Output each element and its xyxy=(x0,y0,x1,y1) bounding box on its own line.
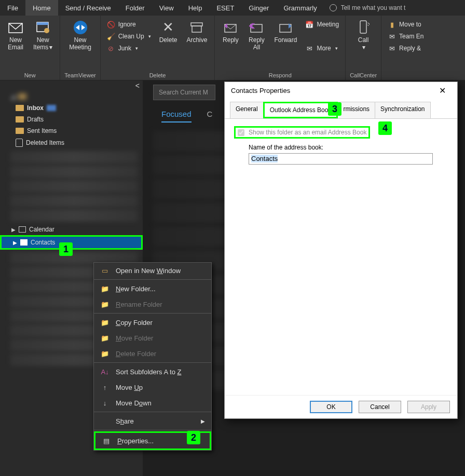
folder-deleted[interactable]: Deleted Items xyxy=(0,137,143,149)
group-label-new: New xyxy=(24,71,36,80)
folder-inbox[interactable]: Inbox xyxy=(0,102,143,114)
address-book-name-input[interactable]: Contacts xyxy=(249,153,433,165)
tell-me-search[interactable]: Tell me what you want t xyxy=(330,4,406,11)
menu-move-down[interactable]: ↓Move Down xyxy=(94,395,211,411)
reply-delete-icon: ✉ xyxy=(388,44,396,52)
dialog-tab-general[interactable]: General xyxy=(230,102,264,118)
new-meeting-button[interactable]: New Meeting xyxy=(66,18,94,53)
contacts-icon xyxy=(20,239,28,246)
annotation-badge-4: 4 xyxy=(378,121,392,135)
up-arrow-icon: ↑ xyxy=(100,383,110,391)
menu-move-up[interactable]: ↑Move Up xyxy=(94,379,211,395)
archive-button[interactable]: Archive xyxy=(183,18,210,46)
folder-sent[interactable]: Sent Items xyxy=(0,125,143,137)
search-input[interactable]: Search Current M xyxy=(153,85,215,100)
new-email-button[interactable]: New Email xyxy=(4,18,27,53)
svg-rect-6 xyxy=(192,26,201,32)
tab-file[interactable]: File xyxy=(0,0,25,16)
meeting-button[interactable]: 📅Meeting xyxy=(303,19,341,30)
phone-icon xyxy=(355,20,372,35)
move-folder-icon: 📁 xyxy=(100,334,110,342)
checkbox-label: Show this folder as an email Address Boo… xyxy=(249,129,366,136)
new-items-button[interactable]: New Items▾ xyxy=(30,18,56,53)
sort-icon: A↓ xyxy=(100,368,110,376)
delete-button[interactable]: ✕ Delete xyxy=(156,18,181,46)
tab-eset[interactable]: ESET xyxy=(209,0,241,16)
dialog-tab-synchronization[interactable]: Synchronization xyxy=(375,102,430,118)
account-header[interactable]: ◢ xyxy=(0,91,143,102)
show-as-address-book-checkbox[interactable]: Show this folder as an email Address Boo… xyxy=(234,126,370,139)
group-label-respond: Respond xyxy=(269,71,292,80)
dialog-tab-outlook-address-book[interactable]: Outlook Address Book xyxy=(263,102,338,118)
annotation-badge-3: 3 xyxy=(328,102,341,116)
menu-move-folder: 📁Move Folder xyxy=(94,330,211,346)
reply-all-button[interactable]: Reply All xyxy=(245,18,268,53)
tab-grammarly[interactable]: Grammarly xyxy=(276,0,324,16)
menu-sort-subfolders[interactable]: A↓Sort Subfolders A to Z xyxy=(94,364,211,379)
tab-focused[interactable]: Focused xyxy=(161,110,192,123)
junk-button[interactable]: ⊘Junk▾ xyxy=(105,43,153,53)
down-arrow-icon: ↓ xyxy=(100,399,110,407)
menu-open-new-window[interactable]: ▭Open in New Window xyxy=(94,263,211,278)
tab-send-receive[interactable]: Send / Receive xyxy=(58,0,118,16)
reply-all-icon xyxy=(248,20,265,35)
envelope-small-icon: ✉ xyxy=(388,32,396,40)
ignore-icon: 🚫 xyxy=(107,20,115,29)
more-respond-button[interactable]: ✉More▾ xyxy=(303,43,341,53)
reply-icon xyxy=(222,20,239,35)
checkbox-input[interactable] xyxy=(238,129,244,136)
tab-other[interactable]: C xyxy=(207,110,213,123)
reply-delete-button[interactable]: ✉Reply & xyxy=(386,43,426,53)
menu-new-folder[interactable]: 📁New Folder... xyxy=(94,281,211,296)
svg-rect-2 xyxy=(37,22,48,25)
collapse-pane-icon[interactable]: < xyxy=(135,81,140,90)
ribbon-group-teamviewer: New Meeting TeamViewer xyxy=(60,16,100,80)
tab-view[interactable]: View xyxy=(152,0,181,16)
menu-rename-folder: 📁Rename Folder xyxy=(94,296,211,312)
close-button[interactable]: ✕ xyxy=(434,84,451,98)
folder-calendar[interactable]: ▶Calendar xyxy=(0,224,143,235)
window-icon: ▭ xyxy=(100,266,110,275)
ribbon-group-new: New Email New Items▾ New xyxy=(0,16,60,80)
more-icon: ✉ xyxy=(305,44,313,52)
annotation-badge-1: 1 xyxy=(59,242,73,256)
ok-button[interactable]: OK xyxy=(310,401,352,413)
folder-new-icon: 📁 xyxy=(100,284,110,293)
folder-drafts[interactable]: Drafts xyxy=(0,114,143,125)
cleanup-icon: 🧹 xyxy=(107,32,115,40)
ribbon-group-respond: Reply Reply All Forward 📅Meeting ✉More▾ … xyxy=(215,16,346,80)
svg-rect-10 xyxy=(360,21,366,33)
contacts-properties-dialog: Contacts Properties ✕ General Outlook Ad… xyxy=(224,81,458,419)
submenu-arrow-icon: ▶ xyxy=(201,418,205,424)
call-button[interactable]: Call▾ xyxy=(352,18,375,53)
folder-icon: ▮ xyxy=(388,20,396,29)
copy-icon: 📁 xyxy=(100,318,110,327)
reply-button[interactable]: Reply xyxy=(219,18,242,46)
folder-context-menu: ▭Open in New Window 📁New Folder... 📁Rena… xyxy=(93,262,212,451)
dialog-tab-permissions[interactable]: rmissions xyxy=(337,102,375,118)
svg-point-3 xyxy=(44,28,49,33)
group-label-callcenter: CallCenter xyxy=(350,71,377,80)
ribbon-group-callcenter: Call▾ CallCenter xyxy=(346,16,381,80)
tab-ginger[interactable]: Ginger xyxy=(241,0,276,16)
menu-share[interactable]: Share▶ xyxy=(94,413,211,429)
menu-copy-folder[interactable]: 📁Copy Folder xyxy=(94,315,211,330)
forward-button[interactable]: Forward xyxy=(271,18,300,46)
archive-icon xyxy=(188,20,205,35)
ignore-button[interactable]: 🚫Ignore xyxy=(105,19,153,30)
forward-icon xyxy=(277,20,294,35)
apply-button[interactable]: Apply xyxy=(407,401,450,413)
cleanup-button[interactable]: 🧹Clean Up▾ xyxy=(105,31,153,42)
move-to-button[interactable]: ▮Move to xyxy=(386,19,426,30)
delete-icon: ✕ xyxy=(160,20,176,35)
tab-help[interactable]: Help xyxy=(181,0,210,16)
tab-home[interactable]: Home xyxy=(25,0,58,16)
address-book-name-label: Name of the address book: xyxy=(249,144,448,151)
lightbulb-icon xyxy=(330,4,337,11)
ribbon-group-move: ▮Move to ✉Team En ✉Reply & xyxy=(381,16,430,80)
tab-folder[interactable]: Folder xyxy=(118,0,152,16)
team-email-button[interactable]: ✉Team En xyxy=(386,31,426,42)
trash-icon xyxy=(16,139,23,147)
cancel-button[interactable]: Cancel xyxy=(359,401,401,413)
teamviewer-icon xyxy=(72,20,89,35)
